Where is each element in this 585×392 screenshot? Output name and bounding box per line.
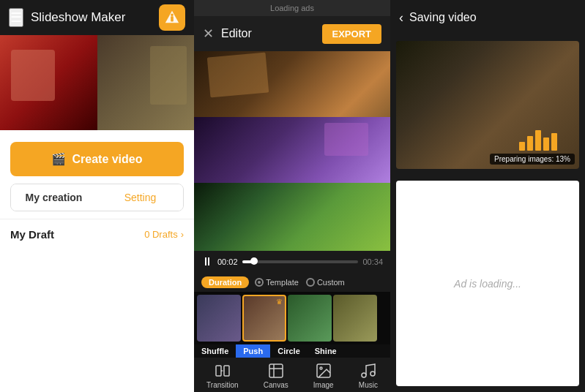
close-editor-button[interactable]: ✕ bbox=[203, 26, 214, 42]
right-panel: ‹ Saving video Preparing images: 13% Ad … bbox=[390, 0, 585, 392]
tab-setting[interactable]: Setting bbox=[97, 184, 183, 211]
tool-image[interactable]: Image bbox=[313, 362, 334, 389]
thumbnail-4[interactable] bbox=[333, 295, 377, 342]
transition-push[interactable]: Push bbox=[236, 344, 270, 358]
editor-title: Editor bbox=[221, 27, 315, 40]
bar-4 bbox=[543, 137, 549, 151]
action-area: 🎬 Create video My creation Setting bbox=[0, 130, 194, 219]
svg-point-8 bbox=[362, 373, 366, 377]
svg-rect-4 bbox=[224, 366, 229, 376]
duration-row: Duration Template Custom bbox=[194, 273, 390, 292]
bar-2 bbox=[527, 136, 533, 151]
image-label: Image bbox=[313, 381, 334, 389]
thumbnail-3[interactable] bbox=[288, 295, 332, 342]
transition-shine[interactable]: Shine bbox=[308, 344, 344, 358]
banner-image-2 bbox=[97, 35, 195, 130]
draft-row: My Draft 0 Drafts › bbox=[0, 219, 194, 249]
total-time: 00:34 bbox=[362, 257, 383, 266]
svg-point-2 bbox=[171, 14, 174, 17]
thumbnail-1[interactable] bbox=[197, 295, 241, 342]
editor-panel: Loading ads ✕ Editor EXPORT ⏸ 00:02 00:3… bbox=[194, 0, 390, 392]
svg-rect-1 bbox=[171, 16, 174, 21]
video-segment-3 bbox=[194, 183, 390, 251]
transition-circle[interactable]: Circle bbox=[270, 344, 308, 358]
preparing-badge: Preparing images: 13% bbox=[490, 154, 575, 165]
progress-thumb bbox=[250, 257, 258, 265]
svg-point-9 bbox=[370, 372, 375, 376]
transition-label: Transition bbox=[206, 381, 239, 389]
tool-canvas[interactable]: Canvas bbox=[264, 362, 288, 389]
image-icon bbox=[315, 362, 332, 380]
radio-group: Template Custom bbox=[255, 278, 345, 287]
pause-button[interactable]: ⏸ bbox=[201, 255, 213, 268]
bar-1 bbox=[519, 142, 525, 151]
thumbnails-row: ♛ bbox=[194, 292, 390, 344]
tool-transition[interactable]: Transition bbox=[206, 362, 239, 389]
duration-badge: Duration bbox=[201, 276, 249, 288]
video-thumbnail-content: Preparing images: 13% bbox=[396, 41, 579, 169]
video-segment-2 bbox=[194, 117, 390, 183]
transition-shuffle[interactable]: Shuffle bbox=[194, 344, 236, 358]
create-video-button[interactable]: 🎬 Create video bbox=[10, 142, 184, 176]
canvas-icon bbox=[267, 362, 285, 380]
creation-tabs: My creation Setting bbox=[10, 184, 184, 211]
loading-ads-bar: Loading ads bbox=[194, 0, 390, 16]
video-preview bbox=[194, 51, 390, 251]
play-controls: ⏸ 00:02 00:34 bbox=[194, 251, 390, 273]
logo-icon bbox=[164, 10, 180, 26]
saving-title: Saving video bbox=[409, 11, 477, 24]
export-button[interactable]: EXPORT bbox=[322, 24, 381, 44]
svg-point-7 bbox=[320, 367, 322, 369]
progress-track[interactable] bbox=[242, 260, 358, 263]
transition-tabs: Shuffle Push Circle Shine bbox=[194, 344, 390, 358]
crown-icon: ♛ bbox=[276, 298, 283, 306]
music-label: Music bbox=[359, 381, 378, 389]
ad-loading-box: Ad is loading... bbox=[396, 181, 579, 386]
transition-icon bbox=[214, 362, 231, 380]
clapperboard-icon: 🎬 bbox=[51, 152, 66, 166]
custom-radio[interactable] bbox=[306, 278, 315, 287]
template-radio[interactable] bbox=[255, 278, 264, 287]
app-logo bbox=[159, 4, 185, 31]
saving-header: ‹ Saving video bbox=[390, 0, 585, 35]
video-segment-1 bbox=[194, 51, 390, 117]
video-collage bbox=[194, 51, 390, 251]
menu-button[interactable]: ☰ bbox=[9, 8, 23, 27]
left-panel: ☰ Slideshow Maker 🎬 Create video My crea… bbox=[0, 0, 194, 392]
bottom-tools: Transition Canvas Image Music bbox=[194, 358, 390, 392]
banner-image-1 bbox=[0, 35, 97, 130]
banner-area bbox=[0, 35, 194, 130]
app-title: Slideshow Maker bbox=[31, 10, 152, 25]
svg-rect-5 bbox=[269, 364, 283, 377]
custom-option[interactable]: Custom bbox=[306, 278, 345, 287]
bar-3 bbox=[535, 130, 541, 151]
bar-5 bbox=[551, 133, 557, 151]
app-header: ☰ Slideshow Maker bbox=[0, 0, 194, 35]
tool-music[interactable]: Music bbox=[359, 362, 378, 389]
chart-icon bbox=[519, 130, 557, 151]
svg-rect-3 bbox=[216, 366, 221, 376]
back-button[interactable]: ‹ bbox=[399, 10, 403, 26]
thumbnail-2[interactable]: ♛ bbox=[242, 295, 286, 342]
saving-video-thumb: Preparing images: 13% bbox=[396, 41, 579, 169]
music-icon bbox=[359, 362, 377, 380]
template-option[interactable]: Template bbox=[255, 278, 299, 287]
tab-my-creation[interactable]: My creation bbox=[11, 184, 97, 211]
canvas-label: Canvas bbox=[264, 381, 288, 389]
ad-loading-text: Ad is loading... bbox=[454, 278, 521, 290]
current-time: 00:02 bbox=[217, 257, 238, 266]
draft-count[interactable]: 0 Drafts › bbox=[144, 229, 184, 240]
chevron-right-icon: › bbox=[181, 229, 184, 240]
draft-label: My Draft bbox=[10, 228, 54, 241]
editor-header: ✕ Editor EXPORT bbox=[194, 16, 390, 51]
